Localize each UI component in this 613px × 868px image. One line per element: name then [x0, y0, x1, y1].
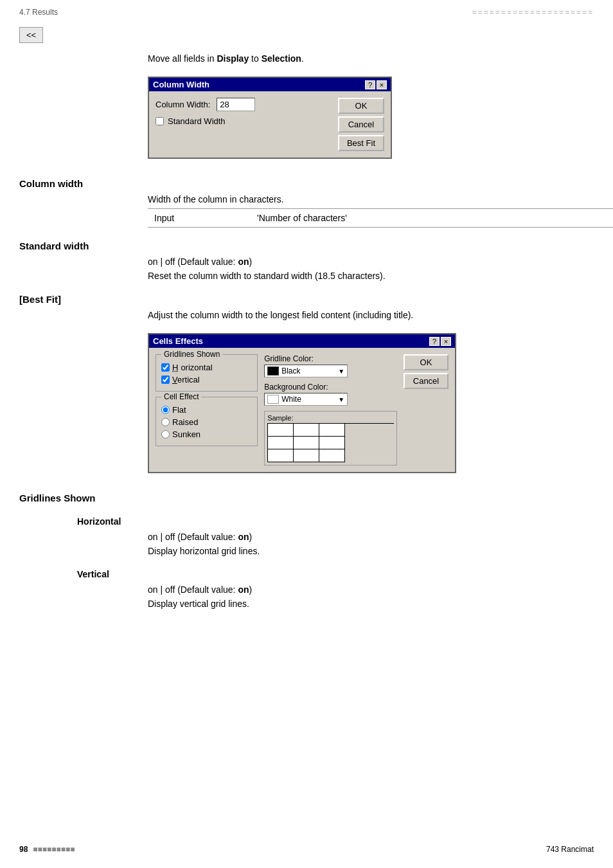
column-width-body: Width of the column in characters. Input… — [148, 194, 613, 228]
footer-left: 98 ■■■■■■■■■ — [19, 845, 75, 854]
ok-button[interactable]: OK — [338, 98, 384, 114]
horizontal-checkbox[interactable] — [161, 363, 170, 372]
gridlines-group-title: Gridlines Shown — [161, 350, 222, 359]
table-row: Input 'Number of characters' — [148, 209, 613, 228]
sample-cell-1 — [268, 424, 294, 437]
column-width-left: Column Width: Standard Width — [155, 98, 332, 151]
section-best-fit: [Best Fit] Adjust the column width to th… — [0, 294, 613, 320]
column-width-description: Width of the column in characters. — [148, 194, 613, 204]
sample-cell-7 — [268, 449, 294, 462]
page-number: 98 — [19, 845, 28, 854]
vertical-checkbox[interactable] — [161, 375, 170, 384]
horizontal-on-off: on | off (Default value: on) — [148, 532, 613, 542]
sample-cell-2 — [294, 424, 319, 437]
section-gridlines: Gridlines Shown — [0, 493, 613, 503]
standard-width-description: Reset the column width to standard width… — [148, 271, 613, 281]
cells-titlebar: Cells Effects ? × — [149, 334, 455, 348]
gridlines-heading: Gridlines Shown — [19, 493, 613, 503]
sample-cell-4 — [268, 437, 294, 449]
horizontal-label-rest: orizontal — [181, 363, 212, 372]
help-button[interactable]: ? — [365, 80, 375, 89]
raised-label: Raised — [172, 417, 198, 427]
intro-middle: to — [249, 53, 261, 64]
cells-cancel-button[interactable]: Cancel — [404, 373, 449, 389]
default-value: on — [238, 257, 249, 267]
cells-help-button[interactable]: ? — [429, 337, 440, 346]
section-vertical: Vertical on | off (Default value: on) Di… — [0, 569, 613, 609]
vertical-on-off-text: on | off — [148, 584, 175, 595]
vertical-description: Display vertical grid lines. — [148, 599, 613, 609]
cells-content: Gridlines Shown Horizontal Vertical Cell… — [149, 348, 455, 472]
horizontal-checkbox-row: Horizontal — [161, 363, 252, 372]
background-color-row: Background Color: White ▼ — [264, 383, 397, 406]
column-width-dialog: Column Width ? × Column Width: Standard … — [148, 77, 392, 159]
vertical-default-text: (Default value: — [177, 584, 238, 595]
section-label: 4.7 Results — [19, 8, 58, 17]
sample-box: Sample: — [264, 411, 397, 466]
cancel-button[interactable]: Cancel — [338, 116, 384, 132]
section-column-width: Column width Width of the column in char… — [0, 178, 613, 228]
background-color-select[interactable]: White ▼ — [264, 393, 348, 406]
vertical-default-end: ) — [249, 584, 252, 595]
table-value-cell: 'Number of characters' — [251, 209, 613, 228]
column-width-title: Column Width — [153, 80, 209, 89]
flat-radio[interactable] — [161, 406, 170, 414]
sample-grid — [267, 423, 394, 462]
gridlines-content: Horizontal Vertical — [161, 363, 252, 384]
cell-effect-group: Cell Effect Flat Raised Sunken — [155, 397, 258, 446]
standard-width-label: Standard Width — [168, 116, 226, 126]
cells-left-panel: Gridlines Shown Horizontal Vertical Cell… — [155, 354, 258, 466]
column-width-input[interactable] — [217, 98, 255, 111]
column-width-input-row: Column Width: — [155, 98, 332, 111]
cells-titlebar-controls: ? × — [429, 337, 451, 346]
sunken-label: Sunken — [172, 429, 200, 439]
on-off-text: on | off — [148, 257, 175, 267]
default-text: (Default value: — [177, 257, 238, 267]
close-button[interactable]: × — [377, 80, 387, 89]
gridlines-group: Gridlines Shown Horizontal Vertical — [155, 354, 258, 392]
sample-label: Sample: — [267, 414, 394, 422]
flat-label: Flat — [172, 405, 186, 415]
cells-close-button[interactable]: × — [441, 337, 451, 346]
vertical-checkbox-row: Vertical — [161, 375, 252, 384]
page-footer: 98 ■■■■■■■■■ 743 Rancimat — [0, 837, 613, 862]
cell-effect-group-title: Cell Effect — [161, 392, 201, 401]
cells-right-panel: OK Cancel — [404, 354, 449, 466]
vertical-label: Vertical — [172, 375, 200, 384]
back-button[interactable]: << — [19, 27, 43, 43]
vertical-body: on | off (Default value: on) Display ver… — [148, 584, 613, 609]
vertical-on-off: on | off (Default value: on) — [148, 584, 613, 595]
horizontal-default-value: on — [238, 532, 249, 542]
cells-ok-button[interactable]: OK — [404, 354, 449, 370]
sample-cell-8 — [294, 449, 319, 462]
gridline-color-label: Gridline Color: — [264, 354, 397, 363]
standard-width-heading: Standard width — [19, 240, 613, 251]
standard-width-checkbox[interactable] — [155, 117, 164, 125]
background-color-label: Background Color: — [264, 383, 397, 392]
standard-width-body: on | off (Default value: on) Reset the c… — [148, 257, 613, 281]
horizontal-default-text: (Default value: — [177, 532, 238, 542]
default-end: ) — [249, 257, 252, 267]
intro-display: Display — [217, 53, 249, 64]
sunken-radio[interactable] — [161, 430, 170, 439]
cell-effect-content: Flat Raised Sunken — [161, 405, 252, 439]
horizontal-body: on | off (Default value: on) Display hor… — [148, 532, 613, 556]
raised-radio[interactable] — [161, 418, 170, 426]
cells-effects-dialog: Cells Effects ? × Gridlines Shown Horizo… — [148, 333, 456, 473]
raised-radio-row: Raised — [161, 417, 252, 427]
horizontal-on-off-text: on | off — [148, 532, 175, 542]
background-color-value: White — [281, 395, 301, 404]
vertical-heading: Vertical — [77, 569, 613, 579]
section-horizontal: Horizontal on | off (Default value: on) … — [0, 516, 613, 556]
best-fit-heading: [Best Fit] — [19, 294, 613, 305]
vertical-default-value: on — [238, 584, 249, 595]
gridline-color-swatch — [267, 366, 279, 375]
column-width-titlebar: Column Width ? × — [149, 78, 391, 91]
header-dots: ===================== — [472, 8, 594, 17]
gridline-color-select[interactable]: Black ▼ — [264, 365, 348, 377]
intro-end: . — [301, 53, 304, 64]
best-fit-description: Adjust the column width to the longest f… — [148, 310, 613, 320]
cells-middle-panel: Gridline Color: Black ▼ Background Color… — [264, 354, 397, 466]
input-table: Input 'Number of characters' — [148, 208, 613, 228]
best-fit-button[interactable]: Best Fit — [338, 135, 384, 151]
